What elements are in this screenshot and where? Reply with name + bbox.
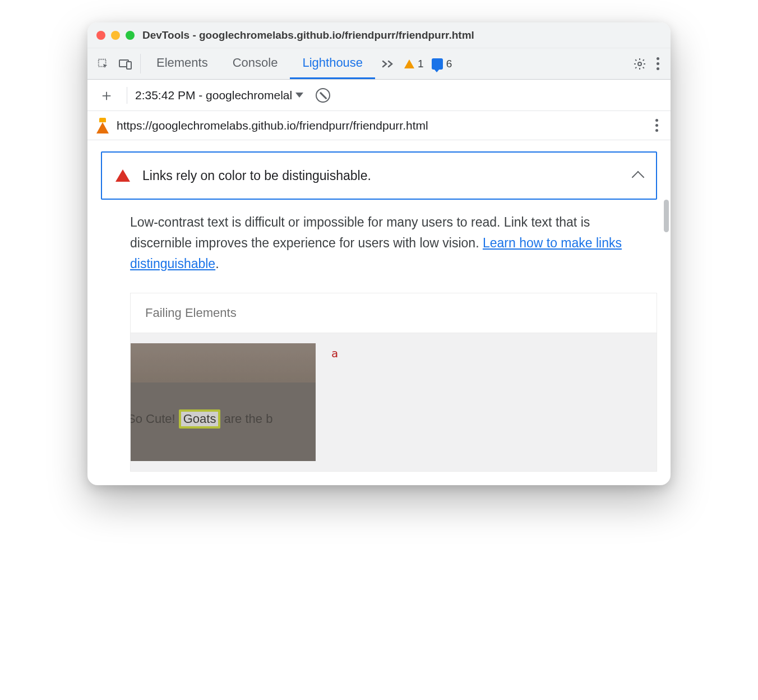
report-selector[interactable]: 2:35:42 PM - googlechromelal [135,89,303,102]
issues-status[interactable]: 1 6 [404,48,452,79]
message-icon [432,58,443,70]
audit-summary[interactable]: Links rely on color to be distinguishabl… [101,151,657,200]
close-window-button[interactable] [96,31,105,40]
clear-report-icon[interactable] [316,88,330,103]
devtools-toolbar: Elements Console Lighthouse 1 6 [87,48,671,80]
message-count-value: 6 [446,58,452,70]
separator [140,54,141,73]
window-title: DevTools - googlechromelabs.github.io/fr… [142,29,474,42]
failing-elements-panel: Failing Elements So Cute! Goats are the … [130,293,657,472]
scrollbar-thumb[interactable] [664,200,669,232]
audit-description-post: . [215,256,219,271]
report-selector-label: 2:35:42 PM - googlechromelal [135,89,292,102]
svg-point-3 [638,62,641,66]
warning-icon [404,59,414,68]
separator [127,87,127,104]
device-toolbar-icon[interactable] [114,48,137,79]
dropdown-caret-icon [295,93,303,98]
failing-elements-header: Failing Elements [131,293,657,333]
svg-rect-2 [127,62,131,69]
titlebar: DevTools - googlechromelabs.github.io/fr… [87,22,671,48]
failing-elements-body: So Cute! Goats are the b a [131,333,657,471]
report-url-row: https://googlechromelabs.github.io/frien… [87,111,671,140]
traffic-lights [96,31,135,40]
element-tag[interactable]: a [331,343,338,360]
report-url: https://googlechromelabs.github.io/frien… [117,119,644,132]
more-options-icon[interactable] [653,54,663,73]
audit-description: Low-contrast text is difficult or imposs… [101,212,657,274]
lighthouse-toolbar: ＋ 2:35:42 PM - googlechromelal [87,80,671,111]
report-options-icon[interactable] [652,116,662,135]
devtools-window: DevTools - googlechromelabs.github.io/fr… [87,22,671,485]
lighthouse-icon [96,118,109,133]
inspect-element-icon[interactable] [92,48,114,79]
tab-elements[interactable]: Elements [144,48,220,79]
tab-lighthouse[interactable]: Lighthouse [290,48,375,79]
warning-count-value: 1 [418,58,424,70]
message-count[interactable]: 6 [432,58,452,70]
more-tabs-button[interactable] [375,48,401,79]
settings-icon[interactable] [633,57,646,71]
tab-console[interactable]: Console [220,48,290,79]
fail-icon [115,169,130,182]
panel-tabs: Elements Console Lighthouse [144,48,375,79]
zoom-window-button[interactable] [126,31,135,40]
chevron-up-icon [632,171,645,184]
new-report-button[interactable]: ＋ [94,85,119,106]
warning-count[interactable]: 1 [404,58,424,70]
report-content: Links rely on color to be distinguishabl… [87,140,671,485]
element-thumbnail[interactable]: So Cute! Goats are the b [131,343,316,461]
audit-title: Links rely on color to be distinguishabl… [142,168,621,183]
minimize-window-button[interactable] [111,31,120,40]
